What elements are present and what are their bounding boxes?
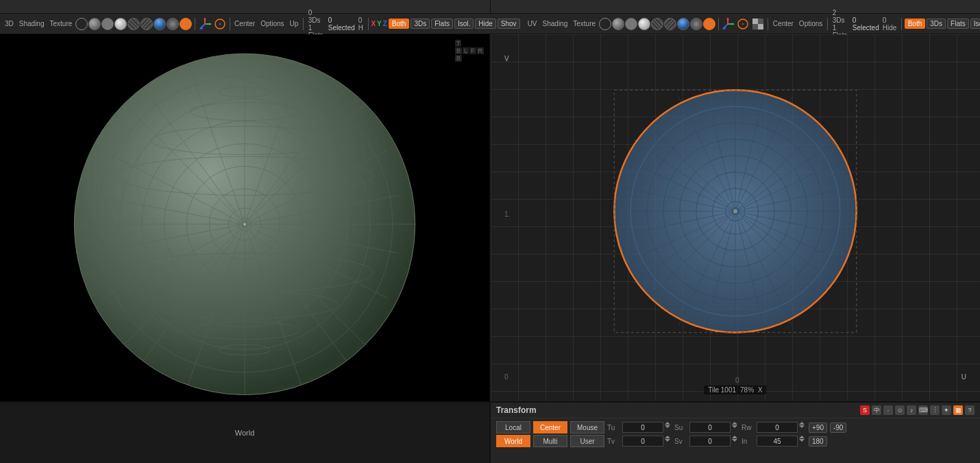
texture-label-uv: Texture bbox=[571, 20, 598, 27]
svg-point-53 bbox=[243, 223, 246, 226]
hide-count-uv: 0 Hide bbox=[881, 16, 899, 32]
shade-sel-btn-uv[interactable] bbox=[703, 18, 715, 30]
flats-btn-3d[interactable]: Flats bbox=[431, 19, 453, 29]
shade-tex2-btn-3d[interactable] bbox=[140, 18, 153, 30]
tu-field: Tu bbox=[607, 422, 672, 433]
uv-v-axis-label: V bbox=[504, 55, 509, 62]
shading-label-uv: Shading bbox=[541, 20, 570, 27]
shade-solid-btn-3d[interactable] bbox=[88, 18, 101, 30]
tile-label: Tile 1001 bbox=[708, 386, 736, 394]
local-btn[interactable]: Local bbox=[496, 421, 530, 434]
transform-icon-grid[interactable]: ▦ bbox=[953, 405, 963, 415]
move-gizmo-3d[interactable] bbox=[198, 17, 212, 31]
transform-icon-cloth[interactable]: ✦ bbox=[942, 405, 951, 415]
shade-flat-btn-3d[interactable] bbox=[101, 18, 114, 30]
in-field: In bbox=[742, 436, 806, 447]
transform-icon-s[interactable]: S bbox=[860, 405, 870, 415]
h-count-3d: 0 H bbox=[356, 16, 365, 32]
shade-wire-btn-uv[interactable] bbox=[599, 18, 611, 30]
rw-arrows[interactable] bbox=[799, 422, 806, 433]
options-label-3d: Options bbox=[258, 20, 286, 27]
transform-icon-dots[interactable]: ⋮ bbox=[930, 405, 940, 415]
rw-input[interactable] bbox=[757, 422, 798, 433]
shade-light-btn-3d[interactable] bbox=[114, 18, 127, 30]
both-btn-3d[interactable]: Both bbox=[389, 19, 410, 29]
transform-icon-question[interactable]: ? bbox=[965, 405, 975, 415]
shade-sel-btn-3d[interactable] bbox=[180, 18, 192, 30]
val180-btn[interactable]: 180 bbox=[809, 436, 827, 447]
center-btn[interactable]: Center bbox=[533, 421, 567, 434]
cam-letter-l: L bbox=[463, 47, 469, 54]
texture-label-3d: Texture bbox=[48, 20, 75, 27]
shade-bump-btn-3d[interactable] bbox=[167, 18, 179, 30]
transform-icon-dot[interactable]: · bbox=[883, 405, 893, 415]
tile-info-bar: Tile 1001 78% X bbox=[704, 385, 766, 394]
sv-arrows[interactable] bbox=[732, 436, 739, 447]
shade-flat-btn-uv[interactable] bbox=[625, 18, 637, 30]
sv-input[interactable] bbox=[689, 436, 731, 447]
viewport-type-3d-label: 3D bbox=[3, 20, 16, 27]
isol-btn-3d[interactable]: Isol. bbox=[454, 19, 474, 29]
shade-env-btn-uv[interactable] bbox=[677, 18, 689, 30]
plus90-btn[interactable]: +90 bbox=[809, 423, 827, 433]
hide-btn-3d[interactable]: Hide bbox=[475, 19, 496, 29]
cam-letter-bot: B bbox=[455, 55, 462, 62]
multi-btn[interactable]: Multi bbox=[533, 435, 567, 447]
shade-bump-btn-uv[interactable] bbox=[690, 18, 702, 30]
viewport-3d[interactable]: T B L F R B bbox=[0, 34, 491, 401]
flats-btn-uv[interactable]: Flats bbox=[947, 19, 969, 29]
isol-btn-uv[interactable]: Isol. bbox=[970, 19, 980, 29]
camera-orientation-letters: T B L F R B bbox=[455, 40, 484, 62]
3ds-btn-3d[interactable]: 3Ds bbox=[411, 19, 430, 29]
shade-tex2-btn-uv[interactable] bbox=[664, 18, 676, 30]
user-btn[interactable]: User bbox=[570, 435, 604, 447]
move-gizmo-uv[interactable] bbox=[721, 17, 735, 31]
rotate-gizmo-3d[interactable] bbox=[213, 17, 227, 31]
transform-icon-mic[interactable]: ♪ bbox=[907, 405, 916, 415]
svg-point-7 bbox=[219, 23, 221, 25]
transform-fields: Local Center Mouse Tu Su bbox=[491, 418, 980, 450]
shade-solid-btn-uv[interactable] bbox=[612, 18, 624, 30]
toolbar-uv: UV Shading Texture bbox=[523, 14, 980, 34]
world-btn[interactable]: World bbox=[496, 435, 530, 447]
tu-input[interactable] bbox=[622, 422, 663, 433]
su-field: Su bbox=[674, 422, 739, 433]
rotate-gizmo-uv[interactable] bbox=[736, 17, 750, 31]
transform-icon-smiley[interactable]: ☺ bbox=[895, 405, 905, 415]
shade-tex-btn-uv[interactable] bbox=[651, 18, 663, 30]
svg-rect-19 bbox=[758, 24, 763, 29]
shade-tex-btn-3d[interactable] bbox=[127, 18, 140, 30]
svg-rect-16 bbox=[752, 19, 758, 24]
top-menu-right bbox=[491, 0, 981, 13]
uv-checkerboard-icon[interactable] bbox=[751, 17, 765, 31]
viewports-container: T B L F R B bbox=[0, 34, 980, 401]
minus90-btn[interactable]: -90 bbox=[830, 423, 846, 433]
uv-canvas[interactable]: U V 0 1. 0 Tile 1001 78% X bbox=[491, 34, 980, 401]
toolbar-3d: 3D Shading Texture bbox=[0, 14, 523, 34]
tv-arrows[interactable] bbox=[665, 436, 672, 447]
transform-icon-kbd[interactable]: ⌨ bbox=[918, 405, 928, 415]
shade-env-btn-3d[interactable] bbox=[154, 18, 166, 30]
shade-wire-btn-3d[interactable] bbox=[75, 18, 88, 30]
tu-arrows[interactable] bbox=[665, 422, 672, 433]
in-arrows[interactable] bbox=[799, 436, 806, 447]
3ds-btn-uv[interactable]: 3Ds bbox=[927, 19, 946, 29]
viewport-uv[interactable]: U V 0 1. 0 Tile 1001 78% X bbox=[491, 34, 980, 401]
options-label-uv: Options bbox=[797, 20, 824, 27]
show-btn-3d[interactable]: Shov bbox=[498, 19, 520, 29]
mouse-btn[interactable]: Mouse bbox=[570, 421, 604, 434]
svg-marker-4 bbox=[209, 23, 212, 25]
su-input[interactable] bbox=[689, 422, 731, 433]
tv-input[interactable] bbox=[622, 436, 663, 447]
both-btn-uv[interactable]: Both bbox=[905, 19, 926, 29]
svg-rect-17 bbox=[758, 19, 763, 24]
tv-field: Tv bbox=[607, 436, 672, 447]
top-menu-left bbox=[0, 0, 490, 13]
in-input[interactable] bbox=[757, 436, 798, 447]
shade-light-btn-uv[interactable] bbox=[638, 18, 650, 30]
su-arrows[interactable] bbox=[732, 422, 739, 433]
rw-field: Rw bbox=[742, 422, 806, 433]
svg-marker-3 bbox=[204, 17, 206, 20]
sphere-mesh-svg bbox=[0, 34, 489, 401]
transform-icon-zh[interactable]: 中 bbox=[872, 405, 881, 415]
